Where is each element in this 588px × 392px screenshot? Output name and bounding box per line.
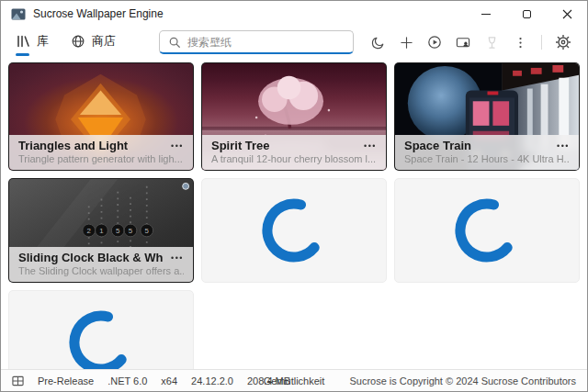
card-description: Space Train - 12 Hours - 4K Ultra H... bbox=[404, 153, 570, 164]
clock-digit: 2 bbox=[87, 227, 91, 235]
card-description: The Sliding Clock wallpaper offers a... bbox=[18, 265, 184, 276]
play-button[interactable] bbox=[427, 35, 442, 50]
store-globe-icon bbox=[71, 34, 85, 49]
wallpaper-card-triangles-and-light[interactable]: Triangles and Light ••• Triangle pattern… bbox=[8, 62, 194, 171]
loading-card bbox=[8, 290, 194, 369]
card-title: Spirit Tree bbox=[211, 139, 270, 152]
tab-store[interactable]: 商店 bbox=[69, 28, 118, 57]
minimize-button[interactable] bbox=[466, 1, 506, 27]
minimize-icon bbox=[481, 14, 491, 15]
search-box[interactable] bbox=[159, 30, 354, 54]
card-menu-button[interactable]: ••• bbox=[549, 141, 570, 151]
window-grid-icon bbox=[12, 375, 24, 386]
loading-spinner-icon bbox=[454, 197, 520, 263]
tab-library[interactable]: 库 bbox=[14, 28, 51, 57]
wallpaper-card-space-train[interactable]: Space Train ••• Space Train - 12 Hours -… bbox=[394, 62, 580, 171]
status-center-label: Gemütlichkeit bbox=[264, 375, 325, 386]
play-circle-icon bbox=[427, 35, 442, 50]
status-version: 24.12.2.0 bbox=[191, 375, 233, 386]
toolbar-divider bbox=[541, 35, 542, 50]
card-title: Sliding Clock Black & White bbox=[18, 251, 164, 264]
maximize-icon bbox=[523, 10, 531, 18]
glass-icon bbox=[485, 36, 499, 50]
card-footer: Sliding Clock Black & White ••• The Slid… bbox=[9, 247, 193, 282]
tab-bar: 库 商店 bbox=[14, 28, 118, 57]
loading-spinner-icon bbox=[261, 197, 327, 263]
loading-card bbox=[394, 178, 580, 283]
card-status-dot bbox=[183, 183, 189, 189]
card-footer: Space Train ••• Space Train - 12 Hours -… bbox=[395, 135, 579, 170]
status-copyright: Sucrose is Copyright © 2024 Sucrose Cont… bbox=[349, 375, 576, 386]
selected-tab-indicator bbox=[16, 53, 29, 56]
card-menu-button[interactable]: ••• bbox=[164, 141, 184, 151]
status-dotnet: .NET 6.0 bbox=[107, 375, 147, 386]
card-footer: Triangles and Light ••• Triangle pattern… bbox=[9, 135, 193, 170]
gear-icon bbox=[556, 35, 571, 50]
window-title: Sucrose Wallpaper Engine bbox=[33, 7, 164, 20]
card-description: A tranquil 12-hour cherry blossom l... bbox=[211, 153, 377, 164]
library-icon bbox=[16, 34, 30, 49]
search-icon bbox=[168, 36, 181, 49]
statusbar-left: Pre-Release .NET 6.0 x64 24.12.2.0 208.4… bbox=[12, 375, 290, 386]
app-logo bbox=[11, 8, 26, 20]
celebration-button-disabled bbox=[484, 35, 499, 50]
titlebar: Sucrose Wallpaper Engine bbox=[1, 1, 587, 27]
wallpaper-card-sliding-clock[interactable]: 2 1 5 5 5 Sliding Clock Black & White ••… bbox=[8, 178, 194, 283]
window-controls bbox=[466, 1, 587, 27]
wallpaper-gallery: Triangles and Light ••• Triangle pattern… bbox=[1, 58, 587, 369]
close-button[interactable] bbox=[547, 1, 587, 27]
clock-digit: 5 bbox=[145, 227, 150, 235]
close-icon bbox=[562, 9, 572, 19]
plus-icon bbox=[400, 36, 413, 50]
clock-digit: 1 bbox=[99, 227, 103, 235]
screen-preview-button[interactable] bbox=[456, 35, 470, 50]
add-wallpaper-button[interactable] bbox=[399, 35, 413, 50]
tab-library-label: 库 bbox=[37, 33, 49, 50]
more-vertical-icon bbox=[514, 36, 527, 50]
statusbar: Pre-Release .NET 6.0 x64 24.12.2.0 208.4… bbox=[1, 369, 587, 391]
loading-spinner-icon bbox=[68, 309, 134, 369]
status-arch: x64 bbox=[161, 375, 177, 386]
card-title: Space Train bbox=[404, 139, 471, 152]
card-menu-button[interactable]: ••• bbox=[356, 141, 377, 151]
clock-digit: 5 bbox=[116, 227, 120, 235]
status-release: Pre-Release bbox=[38, 375, 94, 386]
card-menu-button[interactable]: ••• bbox=[164, 253, 184, 263]
maximize-button[interactable] bbox=[506, 1, 547, 27]
loading-card bbox=[201, 178, 387, 283]
screen-person-icon bbox=[456, 36, 470, 50]
settings-button[interactable] bbox=[556, 35, 571, 50]
toolbar bbox=[370, 35, 578, 50]
card-description: Triangle pattern generator with ligh... bbox=[18, 153, 184, 164]
card-footer: Spirit Tree ••• A tranquil 12-hour cherr… bbox=[202, 135, 386, 170]
search-input[interactable] bbox=[187, 36, 345, 49]
dark-mode-button[interactable] bbox=[370, 35, 385, 50]
moon-icon bbox=[371, 36, 385, 50]
wallpaper-card-spirit-tree[interactable]: Spirit Tree ••• A tranquil 12-hour cherr… bbox=[201, 62, 387, 171]
navbar: 库 商店 bbox=[1, 27, 587, 58]
app-window: Sucrose Wallpaper Engine 库 bbox=[0, 0, 588, 392]
card-title: Triangles and Light bbox=[18, 139, 128, 152]
tab-store-label: 商店 bbox=[92, 33, 116, 50]
more-options-button[interactable] bbox=[513, 35, 527, 50]
clock-digit: 5 bbox=[129, 227, 133, 235]
